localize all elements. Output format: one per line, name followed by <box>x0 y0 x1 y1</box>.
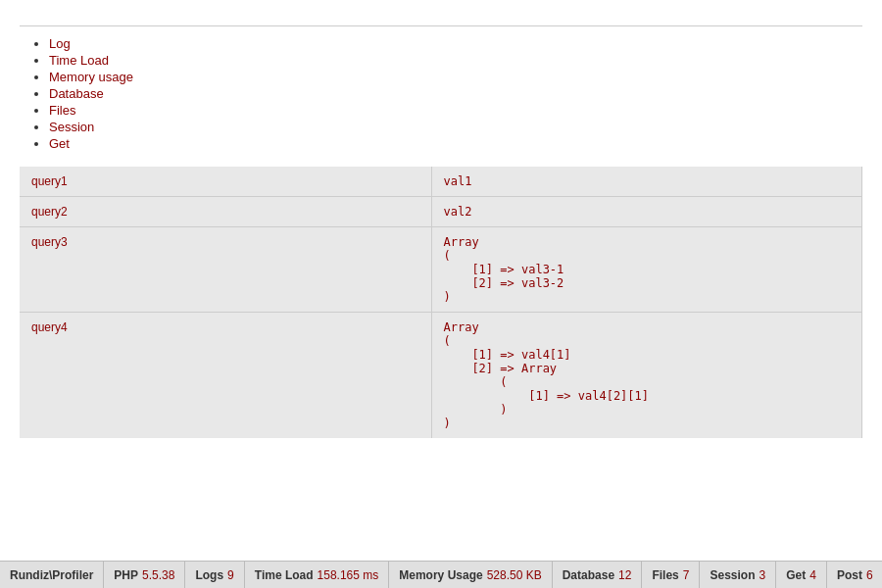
tab-name-label: Post <box>837 568 862 582</box>
table-row: query3Array ( [1] => val3-1 [2] => val3-… <box>20 227 862 313</box>
tab-name-label: PHP <box>114 568 138 582</box>
tab-value-label: 12 <box>618 568 631 582</box>
data-table: query1val1query2val2query3Array ( [1] =>… <box>20 167 862 438</box>
tab-value-label: 7 <box>683 568 690 582</box>
list-item: Session <box>49 120 862 134</box>
tab-value-label: 4 <box>809 568 816 582</box>
table-row: query2val2 <box>20 197 862 227</box>
table-row: query4Array ( [1] => val4[1] [2] => Arra… <box>20 313 862 439</box>
list-item: Get <box>49 136 862 151</box>
tab-name-label: Get <box>786 568 806 582</box>
bottom-tab[interactable]: Post6 <box>827 562 882 588</box>
list-item-link[interactable]: Get <box>49 136 70 151</box>
tab-value-label: 528.50 KB <box>487 568 542 582</box>
bottom-tab[interactable]: Files7 <box>642 562 700 588</box>
bottom-tab[interactable]: Rundiz\Profiler <box>0 562 104 588</box>
tab-value-label: 3 <box>760 568 766 582</box>
list-item-link[interactable]: Files <box>49 103 75 118</box>
value-cell: val1 <box>431 167 862 197</box>
list-item: Files <box>49 103 862 118</box>
list-item-link[interactable]: Log <box>49 36 71 51</box>
bottom-tab[interactable]: Get4 <box>776 562 827 588</box>
tab-name-label: Logs <box>195 568 223 582</box>
query-cell: query1 <box>20 167 431 197</box>
tab-value-label: 6 <box>866 568 873 582</box>
bottom-tab[interactable]: Logs9 <box>185 562 244 588</box>
bottom-bar: Rundiz\ProfilerPHP5.5.38Logs9Time Load15… <box>0 561 882 588</box>
list-item: Database <box>49 86 862 101</box>
list-item: Memory usage <box>49 70 862 84</box>
tab-value-label: 5.5.38 <box>142 568 174 582</box>
tab-name-label: Rundiz\Profiler <box>10 568 93 582</box>
list-item: Log <box>49 36 862 51</box>
list-item: Time Load <box>49 53 862 68</box>
page-title <box>20 16 862 26</box>
query-cell: query2 <box>20 197 431 227</box>
tab-value-label: 9 <box>227 568 234 582</box>
value-cell: Array ( [1] => val4[1] [2] => Array ( [1… <box>431 313 862 439</box>
value-cell: Array ( [1] => val3-1 [2] => val3-2 ) <box>431 227 862 313</box>
bottom-tab[interactable]: Session3 <box>700 562 776 588</box>
intro-list: LogTime LoadMemory usageDatabaseFilesSes… <box>20 36 862 151</box>
tab-name-label: Time Load <box>255 568 314 582</box>
tab-value-label: 158.165 ms <box>318 568 379 582</box>
query-cell: query3 <box>20 227 431 313</box>
table-row: query1val1 <box>20 167 862 197</box>
bottom-tab[interactable]: Time Load158.165 ms <box>245 562 390 588</box>
list-item-link[interactable]: Database <box>49 86 104 101</box>
tab-name-label: Files <box>652 568 678 582</box>
list-item-link[interactable]: Session <box>49 120 94 134</box>
bottom-tab[interactable]: Memory Usage528.50 KB <box>389 562 552 588</box>
tab-name-label: Session <box>710 568 755 582</box>
bottom-tab[interactable]: PHP5.5.38 <box>104 562 185 588</box>
list-item-link[interactable]: Time Load <box>49 53 109 68</box>
tab-name-label: Database <box>563 568 614 582</box>
bottom-tab[interactable]: Database12 <box>553 562 643 588</box>
main-content: LogTime LoadMemory usageDatabaseFilesSes… <box>0 0 882 561</box>
value-cell: val2 <box>431 197 862 227</box>
list-item-link[interactable]: Memory usage <box>49 70 133 84</box>
tab-name-label: Memory Usage <box>399 568 482 582</box>
query-cell: query4 <box>20 313 431 439</box>
